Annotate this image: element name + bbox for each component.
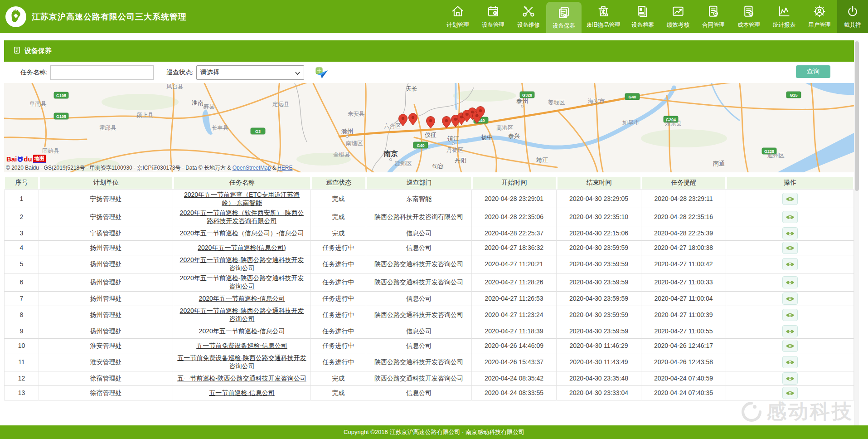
column-header: 操作	[726, 176, 854, 190]
nav-item-device[interactable]: 设备管理	[475, 0, 511, 33]
vertical-scrollbar[interactable]	[854, 40, 859, 425]
svg-text:G40: G40	[417, 143, 424, 148]
view-detail-button[interactable]	[782, 242, 798, 254]
task-link[interactable]: 2020年五一节前巡检-陕西公路交通科技开发咨询公司	[180, 307, 304, 322]
task-link[interactable]: 2020年五一节前巡检（软件西安所）-陕西公路科技开发咨询有限公司	[180, 209, 304, 224]
map-place-label: 通州区	[767, 152, 785, 159]
nav-item-repair[interactable]: 设备维修	[511, 0, 546, 33]
task-remind: 2020-04-28 22:35:16	[641, 208, 726, 226]
query-button[interactable]: 查询	[796, 65, 830, 78]
map-pin-icon[interactable]	[409, 113, 417, 126]
map-place-label: 如皋市	[622, 119, 640, 126]
highway-badge: G15	[786, 92, 801, 98]
nav-item-performance[interactable]: 绩效考核	[660, 0, 696, 33]
task-name-input[interactable]	[50, 65, 154, 80]
here-link[interactable]: HERE	[277, 165, 292, 171]
baidu-map[interactable]: G105G105G3G40G40G40G328G204G15G228 凤台县阜南…	[4, 83, 854, 172]
plan-unit: 扬州管理处	[39, 306, 173, 324]
task-link[interactable]: 2020年五一节前巡检(信息公司)	[198, 244, 286, 251]
nav-item-cost[interactable]: ¥成本管理	[731, 0, 766, 33]
row-actions	[726, 306, 854, 324]
view-detail-button[interactable]	[782, 193, 798, 205]
nav-item-user[interactable]: 戴其祥	[837, 0, 868, 33]
nav-item-label: 成本管理	[737, 21, 760, 29]
task-remind: 2020-04-27 18:00:38	[641, 241, 726, 255]
task-remind: 2020-04-28 23:29:11	[641, 190, 726, 208]
view-detail-button[interactable]	[782, 227, 798, 239]
table-row: 13徐宿管理处五一节前巡检-信息公司完成信息公司2020-04-24 08:33…	[4, 386, 854, 400]
end-time: 2020-04-30 22:15:06	[557, 226, 641, 241]
start-time: 2020-04-27 11:20:21	[472, 255, 557, 273]
view-detail-button[interactable]	[782, 356, 798, 368]
view-detail-button[interactable]	[782, 325, 798, 337]
task-remind: 2020-04-27 11:00:33	[641, 273, 726, 292]
nav-item-usermgr[interactable]: 用户管理	[802, 0, 837, 33]
table-row: 3宁扬管理处2020年五一节前巡检（信息公司）-信息公司完成信息公司2020-0…	[4, 226, 854, 241]
row-number: 6	[4, 273, 39, 292]
view-detail-button[interactable]	[782, 211, 798, 223]
task-link[interactable]: 五一节前免费设备巡检-信息公司	[196, 342, 287, 349]
nav-item-archive[interactable]: 设备档案	[625, 0, 660, 33]
highway-badge: G40	[625, 93, 640, 100]
send-plane-icon[interactable]	[314, 66, 329, 79]
page: 江苏京沪高速公路有限公司三大系统管理 计划管理设备管理设备维修设备保养废旧物品管…	[0, 0, 868, 439]
eye-icon	[786, 261, 795, 268]
task-link[interactable]: 2020年五一节前巡检-陕西公路交通科技开发咨询公司	[180, 256, 304, 272]
task-link[interactable]: 五一节前巡检-陕西公路交通科技开发咨询公司	[177, 375, 306, 382]
view-detail-button[interactable]	[782, 372, 798, 385]
nav-item-maintain[interactable]: 设备保养	[546, 2, 582, 33]
nav-item-contract[interactable]: 合同管理	[696, 0, 731, 33]
table-row: 5扬州管理处2020年五一节前巡检-陕西公路交通科技开发咨询公司任务进行中陕西公…	[4, 255, 854, 273]
map-pin-icon[interactable]	[427, 117, 435, 129]
view-detail-button[interactable]	[782, 258, 798, 270]
nav-item-plan[interactable]: 计划管理	[440, 0, 475, 33]
map-place-label: 长丰县	[212, 125, 229, 131]
map-place-label: 固始县	[42, 148, 59, 154]
table-row: 1宁扬管理处2020年五一节前巡查（ETC专用道江苏海岭）-东南智能完成东南智能…	[4, 190, 854, 208]
nav-item-label: 用户管理	[808, 21, 831, 29]
status-select[interactable]: 请选择	[196, 65, 304, 80]
view-detail-button[interactable]	[782, 309, 798, 321]
inspect-dept: 东南智能	[366, 190, 472, 208]
task-link[interactable]: 2020年五一节前巡检-陕西公路交通科技开发咨询公司	[180, 274, 304, 290]
nav-item-report[interactable]: 统计报表	[766, 0, 802, 33]
start-time: 2020-04-26 14:46:09	[472, 339, 557, 353]
chevron-down-icon	[295, 69, 300, 76]
view-detail-button[interactable]	[782, 387, 798, 399]
task-link[interactable]: 2020年五一节前巡检（信息公司）-信息公司	[180, 229, 304, 237]
osm-link[interactable]: OpenStreetMap	[233, 165, 271, 171]
task-name: 2020年五一节前巡检-信息公司	[173, 292, 311, 306]
task-link[interactable]: 2020年五一节前巡检-信息公司	[199, 327, 285, 335]
svg-text:G328: G328	[522, 93, 532, 98]
start-time: 2020-04-27 11:26:53	[472, 292, 557, 306]
plan-unit: 宁扬管理处	[39, 190, 173, 208]
task-link[interactable]: 五一节前免费设备巡检-陕西公路交通科技开发咨询公司	[177, 354, 306, 370]
scrollbar-thumb[interactable]	[855, 41, 859, 191]
map-place-label: 泰兴	[508, 132, 520, 139]
svg-text:G105: G105	[56, 93, 66, 98]
baidu-map-logo[interactable]: Bai du 地图	[6, 155, 46, 163]
eye-icon	[786, 230, 795, 237]
task-link[interactable]: 五一节前巡检-信息公司	[209, 389, 275, 396]
plan-unit: 扬州管理处	[39, 255, 173, 273]
city-dot	[390, 159, 392, 161]
row-number: 12	[4, 371, 39, 386]
footer: Copyright ©2016 江苏京沪高速公路有限公司 · 南京感动科技有限公…	[0, 425, 868, 439]
inspect-status: 任务进行中	[311, 306, 366, 324]
eye-icon	[786, 390, 795, 396]
nav-item-waste[interactable]: 废旧物品管理	[582, 0, 625, 33]
view-detail-button[interactable]	[782, 340, 798, 352]
table-row: 6扬州管理处2020年五一节前巡检-陕西公路交通科技开发咨询公司任务进行中陕西公…	[4, 273, 854, 292]
task-remind: 2020-04-27 11:00:04	[641, 292, 726, 306]
map-copyright-text: © 2020 Baidu - GS(2019)5218号 - 甲测资字11009…	[6, 165, 233, 171]
view-detail-button[interactable]	[782, 293, 798, 305]
view-detail-button[interactable]	[782, 276, 798, 288]
end-time: 2020-04-30 22:35:10	[557, 208, 641, 226]
column-header: 巡查状态	[311, 176, 366, 190]
doc-star-icon	[707, 5, 720, 20]
task-link[interactable]: 2020年五一节前巡检-信息公司	[199, 295, 285, 302]
task-link[interactable]: 2020年五一节前巡查（ETC专用道江苏海岭）-东南智能	[184, 191, 300, 206]
baidu-logo-bai: Bai	[6, 155, 17, 163]
end-time: 2020-04-30 23:59:59	[557, 306, 641, 324]
map-pin-icon[interactable]	[442, 117, 451, 129]
